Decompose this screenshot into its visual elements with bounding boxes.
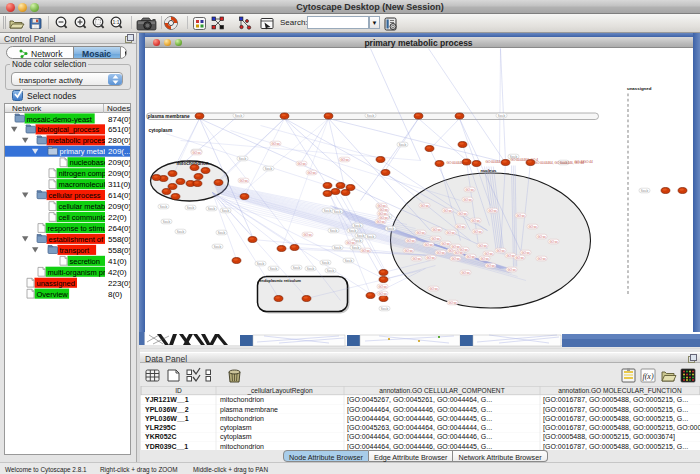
svg-text:558(0): 558(0): [108, 235, 130, 244]
svg-text:223(0): 223(0): [108, 279, 130, 288]
svg-text:transport: transport: [60, 246, 91, 255]
svg-text:GO:xx: GO:xx: [521, 251, 530, 255]
svg-text:Sxx-b: Sxx-b: [333, 246, 341, 250]
svg-text:614(0): 614(0): [108, 191, 130, 200]
svg-text:GO:xx: GO:xx: [537, 257, 546, 261]
svg-text:YLR295C: YLR295C: [145, 424, 176, 431]
svg-text:GO:xx: GO:xx: [376, 220, 385, 224]
svg-text:Sxx-b: Sxx-b: [159, 205, 167, 209]
svg-text:GO:xx: GO:xx: [463, 198, 472, 202]
svg-text:metabolic process: metabolic process: [49, 136, 110, 145]
svg-text:YDR039C__1: YDR039C__1: [145, 443, 188, 450]
svg-text:GO:xx: GO:xx: [404, 249, 413, 253]
svg-text:264(0): 264(0): [108, 224, 130, 233]
svg-text:ID: ID: [175, 387, 182, 394]
svg-text:plasma membrane: plasma membrane: [147, 113, 189, 118]
svg-text:GO:xx: GO:xx: [528, 225, 537, 229]
svg-text:nitrogen compo: nitrogen compo: [59, 169, 111, 178]
svg-text:YJR121W__1: YJR121W__1: [145, 396, 189, 403]
svg-text:280(0): 280(0): [108, 136, 130, 145]
svg-text:GO:44: GO:44: [583, 159, 593, 163]
svg-text:GO:xx: GO:xx: [361, 249, 370, 253]
svg-text:GO:xx: GO:xx: [507, 268, 516, 272]
svg-text:GO:xx: GO:xx: [420, 204, 429, 208]
svg-text:GO:xx: GO:xx: [496, 249, 505, 253]
svg-text:unassigned: unassigned: [627, 86, 652, 91]
svg-text:[GO:0044464, GO:0044444, GO:00: [GO:0044464, GO:0044444, GO:0044446, G..…: [347, 433, 492, 441]
svg-text:GO:xx: GO:xx: [459, 248, 468, 252]
svg-text:[GO:0044464, GO:0044446, GO:00: [GO:0044464, GO:0044446, GO:0044445, G..…: [347, 443, 492, 450]
svg-text:Sxx-b: Sxx-b: [256, 262, 264, 266]
svg-text:GO:xx: GO:xx: [192, 151, 201, 155]
svg-text:multi-organism pro: multi-organism pro: [48, 268, 110, 277]
svg-text:GO:xx: GO:xx: [271, 142, 280, 146]
svg-text:[GO:0016787, GO:0005488, GO:00: [GO:0016787, GO:0005488, GO:0005215, G..…: [543, 406, 688, 414]
svg-text:Sxx-b: Sxx-b: [351, 246, 359, 250]
svg-text:[GO:0005488, GO:0005215, GO:00: [GO:0005488, GO:0005215, GO:0003674]: [543, 433, 675, 441]
svg-text:42(0): 42(0): [108, 268, 127, 277]
svg-text:GO:xx: GO:xx: [406, 239, 415, 243]
svg-text:Sxx-b: Sxx-b: [213, 245, 221, 249]
svg-text:_cellularLayoutRegion: _cellularLayoutRegion: [246, 387, 313, 395]
svg-text:[GO:0016787, GO:0005488, GO:00: [GO:0016787, GO:0005488, GO:0005215, G..…: [543, 443, 688, 450]
svg-text:GO:xx: GO:xx: [432, 228, 441, 232]
svg-text:cellular process: cellular process: [49, 191, 101, 200]
svg-text:Sxx-b: Sxx-b: [221, 209, 229, 213]
svg-text:GO:xx: GO:xx: [443, 209, 452, 213]
svg-text:GO:xx: GO:xx: [378, 292, 387, 296]
svg-text:GO:00444: GO:00444: [485, 159, 500, 163]
svg-text:endoplasmic reticulum: endoplasmic reticulum: [259, 278, 301, 282]
svg-text:Sxx-b: Sxx-b: [497, 114, 505, 118]
svg-text:GO:xx: GO:xx: [424, 243, 433, 247]
svg-text:plasma membrane: plasma membrane: [220, 406, 278, 414]
svg-text:mitochondrion: mitochondrion: [220, 396, 264, 403]
svg-text:Sxx-b: Sxx-b: [344, 259, 352, 263]
svg-text:[GO:0044464, GO:0044446, GO:00: [GO:0044464, GO:0044446, GO:0044445, G..…: [347, 406, 492, 414]
svg-text:[GO:0016787, GO:0005488, GO:00: [GO:0016787, GO:0005488, GO:0005215, GO:…: [543, 424, 700, 432]
svg-text:Search:: Search:: [280, 18, 308, 27]
svg-text:GO:xx: GO:xx: [471, 219, 480, 223]
svg-text:GO:xx: GO:xx: [465, 188, 474, 192]
svg-text:GO:xx: GO:xx: [473, 230, 482, 234]
svg-text:Sxx-b: Sxx-b: [207, 207, 215, 211]
svg-text:Sxx-b: Sxx-b: [356, 234, 364, 238]
svg-text:GO:xx: GO:xx: [466, 255, 475, 259]
svg-text:Overview: Overview: [37, 290, 69, 299]
svg-text:GO:xx: GO:xx: [451, 257, 460, 261]
svg-text:GO:xx: GO:xx: [303, 233, 312, 237]
svg-text:GO:xx: GO:xx: [346, 241, 355, 245]
svg-text:YKR052C: YKR052C: [145, 433, 177, 440]
svg-text:mitochondrion: mitochondrion: [220, 443, 264, 450]
svg-text:Sxx-b: Sxx-b: [326, 269, 334, 273]
svg-text:Sxx-b: Sxx-b: [348, 229, 356, 233]
svg-text:GO:xx: GO:xx: [239, 179, 248, 183]
svg-text:GO:xx: GO:xx: [484, 252, 493, 256]
svg-text:YPL036W__2: YPL036W__2: [145, 406, 189, 413]
svg-text:Sxx-b: Sxx-b: [234, 114, 242, 118]
svg-text:311(0): 311(0): [108, 180, 130, 189]
svg-text:Sxx-b: Sxx-b: [264, 167, 272, 171]
svg-text:209(0): 209(0): [108, 158, 130, 167]
svg-text:secretion: secretion: [70, 257, 100, 266]
svg-text:GO:xx: GO:xx: [448, 301, 457, 305]
svg-text:Sxx-b: Sxx-b: [217, 231, 225, 235]
svg-text:cytoplasm: cytoplasm: [220, 433, 252, 441]
svg-text:209(...: 209(...: [108, 147, 130, 156]
svg-text:Sxx-b: Sxx-b: [353, 224, 361, 228]
svg-text:874(0): 874(0): [108, 115, 130, 124]
svg-text:GO:xx: GO:xx: [307, 171, 316, 175]
svg-text:GO:xx: GO:xx: [515, 256, 524, 260]
svg-text:biological_process: biological_process: [38, 125, 100, 134]
svg-text:Sxx-b: Sxx-b: [186, 206, 194, 210]
svg-text:[GO:0044464, GO:0044446, GO:00: [GO:0044464, GO:0044446, GO:0044445, G..…: [347, 415, 492, 423]
svg-text:Sxx-b: Sxx-b: [380, 307, 388, 311]
svg-text:GO:xx: GO:xx: [340, 158, 349, 162]
svg-text:cellular metabo: cellular metabo: [59, 202, 110, 211]
svg-text:[GO:0016787, GO:0005488, GO:00: [GO:0016787, GO:0005488, GO:0005215, G..…: [543, 396, 688, 404]
svg-text:Sxx-b: Sxx-b: [269, 267, 277, 271]
svg-text:Sxx-b: Sxx-b: [321, 261, 329, 265]
svg-text:macromolecule: macromolecule: [59, 180, 110, 189]
svg-text:GO:xx: GO:xx: [297, 162, 306, 166]
svg-text:GO:xx: GO:xx: [456, 225, 465, 229]
svg-text:response to stimul: response to stimul: [48, 224, 109, 233]
